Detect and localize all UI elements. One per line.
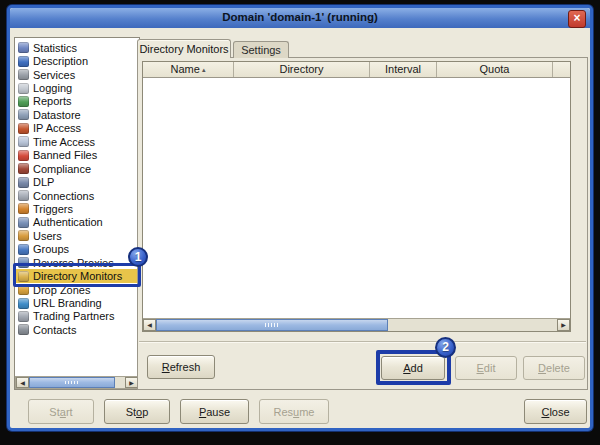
sidebar-item-triggers[interactable]: Triggers <box>15 202 139 215</box>
stop-button[interactable]: Stop <box>104 399 170 424</box>
sidebar-item-label: Reverse Proxies <box>33 257 114 269</box>
sidebar-item-label: Authentication <box>33 216 103 228</box>
scroll-thumb[interactable] <box>156 319 388 331</box>
datastore-icon <box>18 109 29 120</box>
sidebar-item-contacts[interactable]: Contacts <box>15 323 139 336</box>
directory-monitors-table: Name▴DirectoryIntervalQuota ◀ ▶ <box>142 61 571 332</box>
table-hscrollbar[interactable]: ◀ ▶ <box>143 318 570 331</box>
sidebar-item-statistics[interactable]: Statistics <box>15 41 139 54</box>
sidebar-item-label: Drop Zones <box>33 284 90 296</box>
column-header-label: Directory <box>279 63 323 75</box>
sidebar-item-banned-files[interactable]: Banned Files <box>15 149 139 162</box>
close-button[interactable]: Close <box>524 399 587 424</box>
screenshot-stage: Domain 'domain-1' (running) × Statistics… <box>0 0 600 445</box>
sidebar-item-label: DLP <box>33 176 54 188</box>
sidebar-item-label: Users <box>33 230 62 242</box>
column-header-quota[interactable]: Quota <box>437 62 553 77</box>
scroll-track[interactable] <box>156 319 557 331</box>
tab-label: Settings <box>241 44 281 56</box>
column-header-directory[interactable]: Directory <box>234 62 370 77</box>
sidebar-item-trading-partners[interactable]: Trading Partners <box>15 310 139 323</box>
table-header-row: Name▴DirectoryIntervalQuota <box>143 62 570 78</box>
sidebar-item-time-access[interactable]: Time Access <box>15 135 139 148</box>
drop-zones-icon <box>18 284 29 295</box>
ip-access-icon <box>18 123 29 134</box>
sidebar-item-label: Trading Partners <box>33 310 115 322</box>
title-bar[interactable]: Domain 'domain-1' (running) × <box>10 8 590 28</box>
column-header-label: Quota <box>480 63 510 75</box>
column-header-label: Interval <box>385 63 421 75</box>
edit-button[interactable]: Edit <box>455 356 517 380</box>
scroll-thumb[interactable] <box>29 377 115 388</box>
trading-partners-icon <box>18 311 29 322</box>
sidebar-item-compliance[interactable]: Compliance <box>15 162 139 175</box>
sidebar-item-authentication[interactable]: Authentication <box>15 216 139 229</box>
sidebar-item-label: Time Access <box>33 136 95 148</box>
connections-icon <box>18 190 29 201</box>
sidebar-item-logging[interactable]: Logging <box>15 81 139 94</box>
sidebar-item-label: Contacts <box>33 324 76 336</box>
directory-monitors-icon <box>18 271 29 282</box>
banned-files-icon <box>18 150 29 161</box>
sidebar-item-drop-zones[interactable]: Drop Zones <box>15 283 139 296</box>
sidebar-item-url-branding[interactable]: URL Branding <box>15 296 139 309</box>
sort-ascending-icon: ▴ <box>202 66 206 73</box>
sidebar-list[interactable]: StatisticsDescriptionServicesLoggingRepo… <box>14 37 140 390</box>
dlp-icon <box>18 177 29 188</box>
sidebar-item-groups[interactable]: Groups <box>15 243 139 256</box>
sidebar-item-label: IP Access <box>33 122 81 134</box>
delete-button[interactable]: Delete <box>523 356 585 380</box>
sidebar-item-label: Connections <box>33 190 94 202</box>
tab-settings[interactable]: Settings <box>233 41 289 58</box>
time-access-icon <box>18 136 29 147</box>
authentication-icon <box>18 217 29 228</box>
sidebar-item-users[interactable]: Users <box>15 229 139 242</box>
sidebar-item-reports[interactable]: Reports <box>15 95 139 108</box>
sidebar-item-label: Directory Monitors <box>33 270 122 282</box>
column-header-interval[interactable]: Interval <box>370 62 437 77</box>
sidebar-item-ip-access[interactable]: IP Access <box>15 122 139 135</box>
tab-directory-monitors[interactable]: Directory Monitors <box>137 39 231 58</box>
tab-label: Directory Monitors <box>139 43 228 55</box>
reports-icon <box>18 96 29 107</box>
users-icon <box>18 230 29 241</box>
statistics-icon <box>18 42 29 53</box>
sidebar-hscrollbar[interactable]: ◀ ▶ <box>15 376 139 389</box>
resume-button[interactable]: Resume <box>259 399 329 424</box>
panel-separator <box>139 341 586 343</box>
sidebar-item-description[interactable]: Description <box>15 54 139 67</box>
column-header-label: Name <box>171 63 200 75</box>
sidebar-item-label: Triggers <box>33 203 73 215</box>
scroll-left-arrow[interactable]: ◀ <box>16 377 29 388</box>
groups-icon <box>18 244 29 255</box>
sidebar-item-connections[interactable]: Connections <box>15 189 139 202</box>
reverse-proxies-icon <box>18 257 29 268</box>
scroll-left-arrow[interactable]: ◀ <box>143 319 156 331</box>
sidebar-item-reverse-proxies[interactable]: Reverse Proxies <box>15 256 139 269</box>
refresh-button[interactable]: Refresh <box>147 355 215 379</box>
sidebar-item-services[interactable]: Services <box>15 68 139 81</box>
close-icon[interactable]: × <box>568 10 586 28</box>
sidebar-item-label: Reports <box>33 95 72 107</box>
start-button[interactable]: Start <box>28 399 94 424</box>
column-header-stub <box>553 62 570 77</box>
sidebar-item-label: Logging <box>33 82 72 94</box>
logging-icon <box>18 83 29 94</box>
sidebar-item-label: Statistics <box>33 42 77 54</box>
sidebar-item-label: URL Branding <box>33 297 102 309</box>
column-header-name[interactable]: Name▴ <box>143 62 234 77</box>
window-title: Domain 'domain-1' (running) <box>10 11 590 23</box>
description-icon <box>18 56 29 67</box>
scroll-track[interactable] <box>29 377 125 388</box>
add-button[interactable]: Add <box>381 356 445 380</box>
sidebar-item-dlp[interactable]: DLP <box>15 175 139 188</box>
pause-button[interactable]: Pause <box>180 399 249 424</box>
sidebar-item-label: Services <box>33 69 75 81</box>
contacts-icon <box>18 324 29 335</box>
sidebar-item-datastore[interactable]: Datastore <box>15 108 139 121</box>
scroll-right-arrow[interactable]: ▶ <box>557 319 570 331</box>
sidebar-item-directory-monitors[interactable]: Directory Monitors <box>15 269 139 282</box>
table-body <box>143 78 570 318</box>
sidebar-item-label: Banned Files <box>33 149 97 161</box>
sidebar-item-label: Compliance <box>33 163 91 175</box>
